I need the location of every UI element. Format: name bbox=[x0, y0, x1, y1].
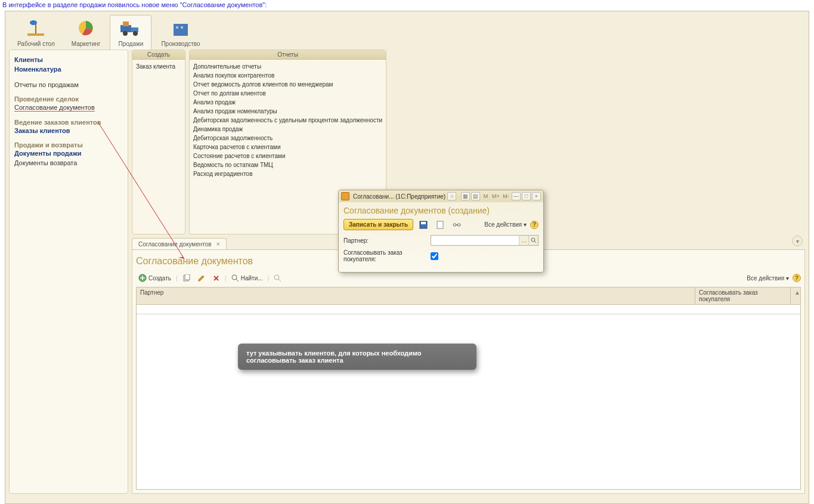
calc-icon[interactable]: ▤ bbox=[471, 192, 480, 200]
sidebar-sales-docs[interactable]: Документы продажи bbox=[14, 149, 123, 158]
svg-point-1 bbox=[30, 20, 37, 25]
dialog-approval-create: Согласовани... (1С:Предприятие) ☆ ▦ ▤ M … bbox=[338, 190, 544, 273]
all-actions-dropdown[interactable]: Все действия ▾ bbox=[747, 275, 789, 282]
svg-rect-8 bbox=[174, 24, 188, 36]
document-icon bbox=[436, 221, 444, 229]
dialog-title: Согласовани... (1С:Предприятие) bbox=[353, 193, 446, 200]
panel-create: Создать Заказ клиента bbox=[132, 50, 185, 234]
pencil-icon bbox=[197, 274, 205, 282]
tab-label: Согласование документов bbox=[138, 241, 212, 248]
svg-rect-18 bbox=[421, 222, 426, 224]
dialog-all-actions[interactable]: Все действия ▾ bbox=[484, 221, 527, 228]
lookup-icon[interactable] bbox=[528, 236, 538, 245]
svg-point-15 bbox=[274, 275, 279, 280]
help-icon[interactable]: ? bbox=[530, 221, 538, 229]
pie-chart-icon bbox=[74, 18, 98, 38]
sidebar-return-docs[interactable]: Документы возврата bbox=[14, 158, 123, 168]
ellipsis-button[interactable]: … bbox=[519, 236, 528, 245]
page-annotation: В интерфейсе в разделе продажи появилось… bbox=[0, 0, 814, 10]
grid-icon[interactable]: ▦ bbox=[461, 192, 470, 200]
section-deals: Проведение сделок bbox=[14, 95, 123, 103]
nav-desktop[interactable]: Рабочий стол bbox=[10, 16, 62, 50]
report-item[interactable]: Анализ продаж bbox=[193, 98, 382, 107]
report-item[interactable]: Расход инградиентов bbox=[193, 169, 382, 178]
sidebar-clients[interactable]: Клиенты bbox=[14, 55, 123, 64]
dialog-titlebar[interactable]: Согласовани... (1С:Предприятие) ☆ ▦ ▤ M … bbox=[339, 190, 543, 202]
report-item[interactable]: Ведомость по остаткам ТМЦ bbox=[193, 160, 382, 169]
report-item[interactable]: Состояние расчетов с клиентами bbox=[193, 151, 382, 160]
maximize-button[interactable]: □ bbox=[522, 192, 531, 200]
report-item[interactable]: Карточка расчетов с клиентами bbox=[193, 143, 382, 151]
nav-label: Производство bbox=[161, 41, 200, 47]
link-button[interactable] bbox=[450, 219, 463, 230]
svg-rect-5 bbox=[123, 21, 129, 26]
tab-approval[interactable]: Согласование документов × bbox=[132, 238, 227, 249]
report-item[interactable]: Отчет ведомость долгов клиентов по менед… bbox=[193, 80, 382, 89]
list-toolbar: Создать | | Найти... | Все действия ▾ bbox=[136, 271, 801, 287]
delete-icon bbox=[212, 274, 220, 282]
m-plus-button[interactable]: M+ bbox=[491, 192, 500, 200]
report-item[interactable]: Анализ продаж номенклатуры bbox=[193, 107, 382, 116]
approve-label: Согласовывать заказ покупателя: bbox=[343, 249, 428, 262]
link-icon bbox=[453, 221, 461, 229]
grid-body[interactable]: тут указывывать клиентов, для которых не… bbox=[136, 305, 801, 490]
truck-icon bbox=[119, 18, 143, 38]
sidebar-nomenclature[interactable]: Номенклатура bbox=[14, 64, 123, 74]
desk-lamp-icon bbox=[24, 18, 48, 38]
clear-find-button[interactable] bbox=[271, 273, 284, 283]
sidebar-client-orders[interactable]: Заказы клиентов bbox=[14, 126, 123, 135]
dialog-heading: Согласование документов (создание) bbox=[343, 206, 538, 215]
report-item[interactable]: Отчет по долгам клиентов bbox=[193, 89, 382, 98]
close-button[interactable]: × bbox=[532, 192, 541, 200]
report-item[interactable]: Дополнительные отчеты bbox=[193, 62, 382, 71]
nav-sales[interactable]: Продажи bbox=[110, 15, 151, 50]
search-clear-icon bbox=[274, 274, 281, 282]
delete-button[interactable] bbox=[210, 273, 222, 283]
doc-button[interactable] bbox=[434, 219, 447, 230]
app-icon bbox=[341, 192, 349, 200]
panel-reports-header: Отчеты bbox=[190, 50, 386, 60]
svg-rect-13 bbox=[185, 274, 190, 280]
m-minus-button[interactable]: M- bbox=[502, 192, 510, 200]
report-item[interactable]: Дебиторская задолженность bbox=[193, 134, 382, 143]
nav-label: Продажи bbox=[119, 41, 144, 47]
nav-label: Маркетинг bbox=[72, 41, 101, 47]
section-orders: Ведение заказов клиентов bbox=[14, 119, 123, 126]
find-button[interactable]: Найти... bbox=[229, 273, 265, 283]
svg-rect-0 bbox=[27, 33, 44, 36]
panel-create-header: Создать bbox=[132, 50, 185, 60]
edit-button[interactable] bbox=[195, 273, 208, 283]
copy-icon bbox=[182, 274, 190, 282]
col-sort-icon[interactable]: ▲ bbox=[791, 287, 800, 304]
report-item[interactable]: Динамика продаж bbox=[193, 125, 382, 134]
close-icon[interactable]: × bbox=[216, 240, 220, 248]
create-client-order[interactable]: Заказ клиента bbox=[136, 62, 181, 71]
m-button[interactable]: M bbox=[481, 192, 490, 200]
copy-button[interactable] bbox=[180, 273, 193, 283]
partner-input-wrapper: … bbox=[431, 235, 538, 246]
section-sales-returns: Продажи и возвраты bbox=[14, 141, 123, 149]
grid-header: Партнер Согласовывать заказ покупателя ▲ bbox=[136, 287, 801, 305]
svg-point-6 bbox=[123, 31, 128, 36]
save-button[interactable] bbox=[417, 219, 430, 230]
svg-rect-19 bbox=[437, 221, 443, 228]
help-icon[interactable]: ? bbox=[793, 274, 801, 282]
svg-rect-9 bbox=[176, 26, 178, 29]
svg-point-14 bbox=[232, 275, 237, 280]
favorite-icon[interactable]: ☆ bbox=[447, 192, 456, 200]
save-and-close-button[interactable]: Записать и закрыть bbox=[343, 219, 413, 230]
report-item[interactable]: Дебиторская задолженность с удельным про… bbox=[193, 116, 382, 125]
col-approve[interactable]: Согласовывать заказ покупателя bbox=[695, 287, 791, 304]
chevron-down-icon[interactable]: ▾ bbox=[792, 236, 803, 246]
report-item[interactable]: Анализ покупок контрагентов bbox=[193, 71, 382, 80]
partner-input[interactable] bbox=[431, 236, 519, 245]
create-button[interactable]: Создать bbox=[136, 273, 174, 283]
col-partner[interactable]: Партнер bbox=[137, 287, 695, 304]
nav-production[interactable]: Производство bbox=[154, 16, 207, 50]
approve-checkbox[interactable] bbox=[431, 252, 438, 260]
svg-point-7 bbox=[133, 31, 138, 36]
sidebar-reports[interactable]: Отчеты по продажам bbox=[14, 80, 123, 89]
nav-marketing[interactable]: Маркетинг bbox=[64, 16, 108, 50]
sidebar-approval[interactable]: Согласование документов bbox=[14, 103, 123, 113]
minimize-button[interactable]: — bbox=[512, 192, 521, 200]
